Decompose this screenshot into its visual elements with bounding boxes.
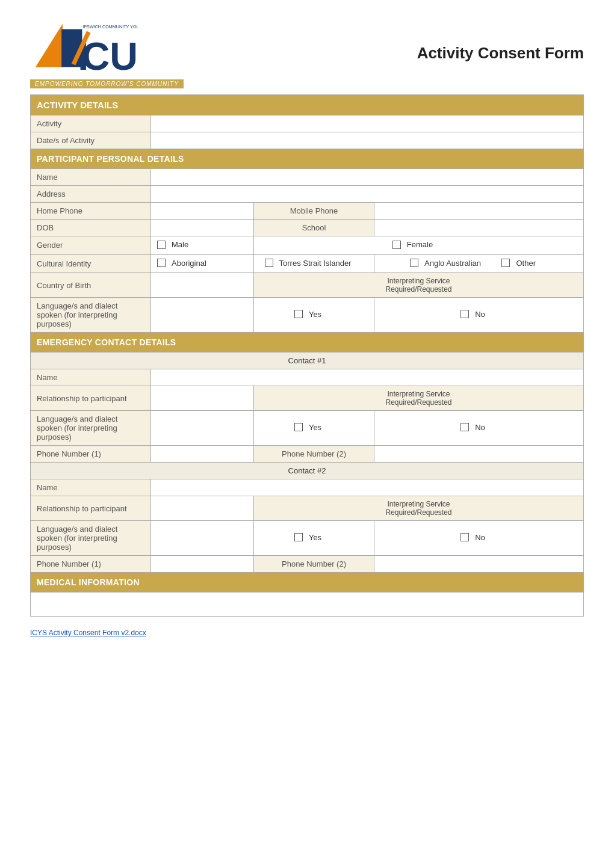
- medical-content[interactable]: [31, 593, 584, 617]
- lang-yes-checkbox[interactable]: [294, 310, 303, 318]
- name-value[interactable]: [151, 169, 584, 186]
- other-option[interactable]: Other: [501, 259, 536, 268]
- ec2-interpreting: Interpreting ServiceRequired/Requested: [254, 496, 584, 521]
- aboriginal-checkbox[interactable]: [157, 259, 166, 267]
- ec1-yes-checkbox[interactable]: [294, 423, 303, 431]
- address-label: Address: [31, 186, 151, 203]
- ec2-name-row: Name: [31, 479, 584, 496]
- participant-header-row: PARTICIPANT PERSONAL DETAILS: [31, 149, 584, 169]
- dates-row: Date/s of Activity: [31, 132, 584, 149]
- ec2-phone2-value[interactable]: [374, 556, 584, 573]
- ec2-yes-option[interactable]: Yes: [294, 533, 321, 542]
- ec2-yes-checkbox[interactable]: [294, 533, 303, 541]
- mobile-phone-value[interactable]: [374, 203, 584, 220]
- ec1-yes-label: Yes: [309, 423, 321, 432]
- home-phone-value[interactable]: [151, 203, 254, 220]
- cultural-identity-row: Cultural Identity Aboriginal Torres Stra…: [31, 254, 584, 273]
- address-value[interactable]: [151, 186, 584, 203]
- ec1-language-value[interactable]: [151, 411, 254, 446]
- gender-row: Gender Male Female: [31, 236, 584, 255]
- icys-logo: CUS I IPSWICH COMMUNITY YOUTH SERVICE: [30, 18, 138, 78]
- male-checkbox[interactable]: [157, 241, 166, 249]
- other-checkbox[interactable]: [501, 259, 510, 267]
- ec1-no-option[interactable]: No: [460, 423, 485, 432]
- ec1-phone1-value[interactable]: [151, 446, 254, 463]
- lang-no-option[interactable]: No: [460, 310, 485, 319]
- female-checkbox[interactable]: [392, 241, 401, 249]
- contact2-divider-row: Contact #2: [31, 463, 584, 479]
- emergency-header-row: EMERGENCY CONTACT DETAILS: [31, 333, 584, 352]
- lang-yes-label: Yes: [309, 310, 321, 319]
- page-header: CUS I IPSWICH COMMUNITY YOUTH SERVICE EM…: [30, 18, 584, 94]
- name-row: Name: [31, 169, 584, 186]
- school-value[interactable]: [374, 220, 584, 236]
- gender-male-cell: Male: [151, 236, 254, 255]
- main-form-table: ACTIVITY DETAILS Activity Date/s of Acti…: [30, 94, 584, 617]
- ec1-relationship-label: Relationship to participant: [31, 386, 151, 411]
- country-birth-value[interactable]: [151, 273, 254, 298]
- svg-marker-0: [36, 24, 63, 67]
- ec1-no-checkbox[interactable]: [460, 423, 469, 431]
- lang-no-checkbox[interactable]: [460, 310, 469, 318]
- other-label: Other: [516, 259, 536, 268]
- dob-row: DOB School: [31, 220, 584, 236]
- ec2-relationship-value[interactable]: [151, 496, 254, 521]
- dob-value[interactable]: [151, 220, 254, 236]
- contact1-divider-row: Contact #1: [31, 352, 584, 369]
- mobile-phone-label: Mobile Phone: [254, 203, 374, 220]
- aboriginal-option[interactable]: Aboriginal: [157, 259, 206, 268]
- ec1-phone2-value[interactable]: [374, 446, 584, 463]
- interpreting-service-birth: Interpreting ServiceRequired/Requested: [254, 273, 584, 298]
- ec1-interpreting: Interpreting ServiceRequired/Requested: [254, 386, 584, 411]
- lang-no-cell: No: [374, 298, 584, 333]
- ec1-yes-option[interactable]: Yes: [294, 423, 321, 432]
- language-participant-row: Language/s and dialect spoken (for inter…: [31, 298, 584, 333]
- ec2-no-label: No: [475, 533, 485, 542]
- anglo-other-cell: Anglo Australian Other: [374, 254, 584, 273]
- svg-text:CUS: CUS: [82, 34, 139, 78]
- female-label: Female: [407, 240, 433, 249]
- svg-text:IPSWICH COMMUNITY YOUTH SERVIC: IPSWICH COMMUNITY YOUTH SERVICE: [82, 24, 138, 29]
- emergency-header: EMERGENCY CONTACT DETAILS: [31, 333, 584, 352]
- torres-option[interactable]: Torres Strait Islander: [265, 259, 352, 268]
- cultural-identity-label: Cultural Identity: [31, 254, 151, 273]
- ec2-relationship-row: Relationship to participant Interpreting…: [31, 496, 584, 521]
- ec1-name-value[interactable]: [151, 369, 584, 386]
- ec1-relationship-row: Relationship to participant Interpreting…: [31, 386, 584, 411]
- ec1-name-row: Name: [31, 369, 584, 386]
- contact2-divider: Contact #2: [31, 463, 584, 479]
- ec2-phone1-label: Phone Number (1): [31, 556, 151, 573]
- logo-area: CUS I IPSWICH COMMUNITY YOUTH SERVICE EM…: [30, 18, 184, 88]
- ec2-language-row: Language/s and dialect spoken (for inter…: [31, 521, 584, 556]
- ec1-language-label: Language/s and dialect spoken (for inter…: [31, 411, 151, 446]
- ec2-phone1-value[interactable]: [151, 556, 254, 573]
- female-option[interactable]: Female: [392, 240, 433, 249]
- anglo-option[interactable]: Anglo Australian: [410, 259, 481, 268]
- male-option[interactable]: Male: [157, 240, 188, 249]
- ec2-no-option[interactable]: No: [460, 533, 485, 542]
- dob-label: DOB: [31, 220, 151, 236]
- lang-yes-cell: Yes: [254, 298, 374, 333]
- contact1-divider: Contact #1: [31, 352, 584, 369]
- dates-label: Date/s of Activity: [31, 132, 151, 149]
- activity-details-header-row: ACTIVITY DETAILS: [31, 95, 584, 115]
- ec1-relationship-value[interactable]: [151, 386, 254, 411]
- school-label: School: [254, 220, 374, 236]
- footer-link[interactable]: ICYS Activity Consent Form v2.docx: [30, 629, 584, 637]
- ec2-name-value[interactable]: [151, 479, 584, 496]
- ec1-yes-cell: Yes: [254, 411, 374, 446]
- ec2-no-checkbox[interactable]: [460, 533, 469, 541]
- activity-details-header: ACTIVITY DETAILS: [31, 95, 584, 115]
- torres-checkbox[interactable]: [265, 259, 273, 267]
- ec2-language-value[interactable]: [151, 521, 254, 556]
- banner-text: EMPOWERING TOMORROW'S COMMUNITY: [30, 79, 184, 88]
- medical-header-row: MEDICAL INFORMATION: [31, 573, 584, 593]
- ec2-phone-row: Phone Number (1) Phone Number (2): [31, 556, 584, 573]
- dates-value[interactable]: [151, 132, 584, 149]
- aboriginal-cell: Aboriginal: [151, 254, 254, 273]
- anglo-checkbox[interactable]: [410, 259, 418, 267]
- lang-yes-option[interactable]: Yes: [294, 310, 321, 319]
- language-participant-value[interactable]: [151, 298, 254, 333]
- ec1-phone-row: Phone Number (1) Phone Number (2): [31, 446, 584, 463]
- activity-value[interactable]: [151, 115, 584, 132]
